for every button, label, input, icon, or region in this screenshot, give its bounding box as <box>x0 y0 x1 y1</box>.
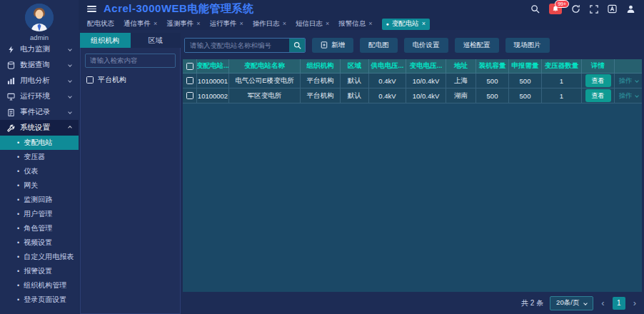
row-action-dropdown[interactable]: 操作 <box>619 91 638 101</box>
close-icon[interactable]: × <box>368 21 372 27</box>
station-table: 变配电站... 变配电站名称 组织机构 区域 供电电压... 变电电压... 地… <box>183 59 642 292</box>
chevron-up-icon <box>68 126 72 130</box>
col-station-id: 变配电站... <box>197 59 229 73</box>
toolbar: 新增 配电图 电价设置 巡检配置 现场图片 <box>183 33 642 56</box>
close-icon[interactable]: × <box>422 21 426 27</box>
sidebar-item-runtime-env[interactable]: 运行环境 <box>0 88 79 104</box>
nav-tab-operation-log[interactable]: 操作日志 × <box>253 19 286 29</box>
inspection-config-button[interactable]: 巡检配置 <box>455 38 499 53</box>
bullet-icon: • <box>17 154 19 161</box>
price-settings-button[interactable]: 电价设置 <box>404 38 448 53</box>
page-size-select[interactable]: 20条/页 <box>550 296 593 310</box>
row-action-dropdown[interactable]: 操作 <box>619 76 638 86</box>
site-photos-button[interactable]: 现场图片 <box>505 38 550 53</box>
sidebar-subitem-role-mgmt[interactable]: • 角色管理 <box>0 221 79 236</box>
add-button[interactable]: 新增 <box>312 38 353 53</box>
active-dot-icon: ● <box>386 21 389 26</box>
cell-transform-voltage: 10/0.4kV <box>406 74 446 88</box>
close-icon[interactable]: × <box>240 21 243 27</box>
distribution-diagram-button[interactable]: 配电图 <box>360 38 398 53</box>
row-action-label: 操作 <box>619 91 633 101</box>
sidebar-subitem-login-page-settings[interactable]: • 登录页面设置 <box>0 293 79 307</box>
search-icon[interactable] <box>530 4 540 14</box>
bullet-icon: • <box>17 254 19 260</box>
sidebar-subitem-video-settings[interactable]: • 视频设置 <box>0 236 79 250</box>
view-button[interactable]: 查看 <box>585 74 611 87</box>
sidebar-subitem-org-mgmt[interactable]: • 组织机构管理 <box>0 278 79 293</box>
sidebar-item-power-monitor[interactable]: 电力监测 <box>0 41 79 57</box>
org-tree-panel: 组织机构 区域 平台机构 <box>80 33 181 314</box>
table-row: 10100001 电气公司E楼变电所 平台机构 默认 0.4kV 10/0.4k… <box>183 74 642 88</box>
sidebar-subitem-label: 变配电站 <box>24 138 52 148</box>
user-avatar-illustration <box>25 4 54 31</box>
checkbox[interactable] <box>86 76 94 83</box>
sidebar-subitem-transformer[interactable]: • 变压器 <box>0 150 79 164</box>
sidebar-subitem-user-mgmt[interactable]: • 用户管理 <box>0 207 79 221</box>
tree-node-platform-org[interactable]: 平台机构 <box>85 75 176 85</box>
sidebar-subitem-monitor-loop[interactable]: • 监测回路 <box>0 193 79 207</box>
sidebar-subitem-alarm-settings[interactable]: • 报警设置 <box>0 264 79 278</box>
fullscreen-icon[interactable] <box>590 5 598 14</box>
search-button[interactable] <box>289 39 305 52</box>
select-all-checkbox[interactable] <box>186 63 193 70</box>
avatar[interactable] <box>25 4 54 31</box>
chart-icon <box>7 77 15 85</box>
sidebar-subitem-meter[interactable]: • 仪表 <box>0 164 79 178</box>
language-translate-icon[interactable] <box>608 4 617 14</box>
chevron-down-icon <box>68 47 72 51</box>
chevron-down-icon <box>635 93 639 98</box>
chevron-down-icon <box>68 78 72 83</box>
col-transform-voltage: 变电电压... <box>406 59 446 73</box>
notification-bell-icon[interactable]: 99+ <box>549 4 562 14</box>
nav-tab-telemetry-events[interactable]: 遥测事件 × <box>166 19 200 29</box>
close-icon[interactable]: × <box>196 21 200 27</box>
sidebar-item-usage-analysis[interactable]: 用电分析 <box>0 73 79 88</box>
nav-tab-run-events[interactable]: 运行事件 × <box>210 19 243 29</box>
user-box: admin <box>0 0 79 41</box>
cell-organization: 平台机构 <box>301 74 341 88</box>
top-header: Acrel-3000WEB电能管理系统 99+ <box>79 0 644 18</box>
row-checkbox[interactable] <box>186 92 193 99</box>
bullet-icon: • <box>17 240 19 246</box>
prev-page-button[interactable]: ‹ <box>600 298 605 308</box>
nav-tab-comm-events[interactable]: 通信事件 × <box>124 19 157 29</box>
page-number-button[interactable]: 1 <box>613 297 625 310</box>
database-icon <box>7 61 15 69</box>
close-icon[interactable]: × <box>283 21 286 27</box>
user-icon[interactable] <box>626 4 635 14</box>
app-title: Acrel-3000WEB电能管理系统 <box>104 2 253 16</box>
page-size-label: 20条/页 <box>556 298 579 308</box>
close-icon[interactable]: × <box>154 21 157 27</box>
main-panel: 新增 配电图 电价设置 巡检配置 现场图片 变配电站... 变配电站名称 组织机… <box>183 33 642 314</box>
cell-station-name: 电气公司E楼变电所 <box>229 74 301 88</box>
right-region: Acrel-3000WEB电能管理系统 99+ <box>79 0 644 314</box>
close-icon[interactable]: × <box>326 21 329 27</box>
sidebar-subitem-gateway[interactable]: • 网关 <box>0 178 79 193</box>
col-declared-demand: 申报需量 <box>509 59 542 73</box>
clipboard-icon <box>7 108 15 116</box>
sidebar-item-event-log[interactable]: 事件记录 <box>0 104 79 120</box>
nav-tab-label: 短信日志 <box>296 19 323 29</box>
row-checkbox[interactable] <box>186 77 193 84</box>
sidebar-subitem-substation[interactable]: • 变配电站 <box>0 136 79 150</box>
nav-tab-substation-active[interactable]: ● 变配电站 × <box>382 19 431 30</box>
tree-search-input[interactable] <box>85 54 176 68</box>
nav-tab-sms-log[interactable]: 短信日志 × <box>296 19 329 29</box>
nav-tab-distribution-status[interactable]: 配电状态 <box>87 19 114 29</box>
sidebar-item-system-settings[interactable]: 系统设置 <box>0 120 79 136</box>
tree-tabs: 组织机构 区域 <box>80 33 181 48</box>
view-button[interactable]: 查看 <box>585 89 611 102</box>
tree-body: 平台机构 <box>80 48 181 314</box>
nav-tab-alarm-info[interactable]: 报警信息 × <box>338 19 372 29</box>
refresh-icon[interactable] <box>571 4 580 14</box>
sidebar-item-data-query[interactable]: 数据查询 <box>0 57 79 73</box>
next-page-button[interactable]: › <box>632 298 638 308</box>
station-search <box>184 38 306 53</box>
station-search-input[interactable] <box>185 39 289 52</box>
sidebar-subitem-custom-report[interactable]: • 自定义用电报表 <box>0 250 79 264</box>
cell-transformer-count: 1 <box>542 74 582 88</box>
tab-region[interactable]: 区域 <box>131 33 181 48</box>
hamburger-menu-icon[interactable] <box>87 6 96 12</box>
cell-installed-capacity: 500 <box>476 88 509 103</box>
tab-organization[interactable]: 组织机构 <box>80 33 131 48</box>
